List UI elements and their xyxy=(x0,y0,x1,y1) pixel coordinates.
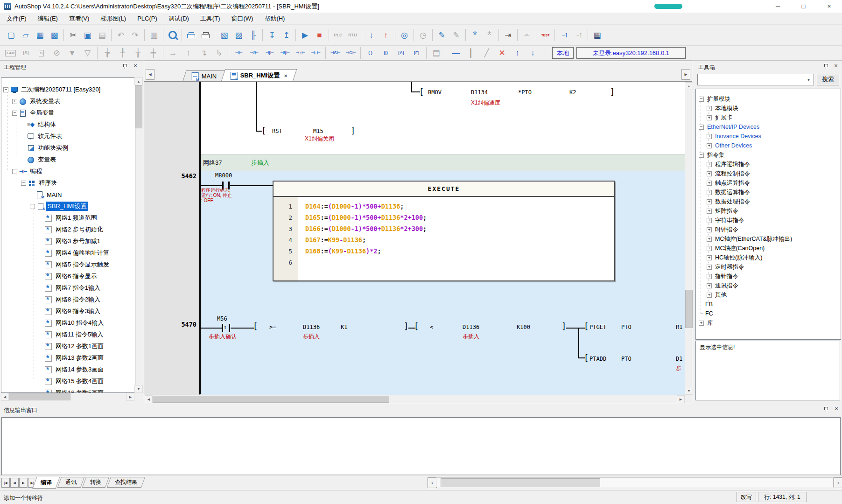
output-tab-0[interactable]: 编译 xyxy=(32,477,60,489)
toolbox-tree-item[interactable]: +本地模块 xyxy=(707,104,738,112)
st-line[interactable]: 6 xyxy=(274,257,614,268)
stop-button[interactable]: ■ xyxy=(313,28,326,42)
erase-x-button[interactable]: ✕ xyxy=(495,48,509,59)
collapse-icon[interactable]: − xyxy=(3,87,8,92)
scroll-right-icon[interactable]: ▶ xyxy=(677,395,685,403)
upload-plc-button[interactable]: ↑ xyxy=(379,28,393,42)
toolbox-tree-item[interactable]: +Inovance Devices xyxy=(707,132,761,140)
project-tree-item[interactable]: 网络11 指令5输入 xyxy=(39,330,105,339)
menu-item-0[interactable]: 文件(F) xyxy=(7,14,27,23)
st-line[interactable]: 3D166:=(D1000-1)*500+D1136*2+300; xyxy=(274,223,614,234)
output-nav-prev[interactable]: ◀ xyxy=(10,478,19,488)
project-tree-item[interactable]: 变量表 xyxy=(21,155,57,164)
output-tab-3[interactable]: 查找结果 xyxy=(107,477,145,488)
project-tree-item[interactable]: 网络13 参数2画面 xyxy=(39,353,105,363)
toolbox-tree-item[interactable]: +时钟指令 xyxy=(707,225,738,234)
ladder-canvas[interactable]: 网络37 步插入 EXECUTE 1D164:=(D1000-1)*500+D1… xyxy=(144,82,685,395)
scroll-left-icon[interactable]: ◀ xyxy=(1,393,9,401)
toolbox-tree-item[interactable]: +MC轴控(CanOpen) xyxy=(707,244,765,252)
expand-icon[interactable]: + xyxy=(707,134,712,139)
scroll-left-icon[interactable]: ◀ xyxy=(145,395,153,403)
toolbox-tree-item[interactable]: −扩展模块 xyxy=(699,95,730,103)
redo-button[interactable]: ↷ xyxy=(128,28,142,42)
rtu-config-button[interactable]: RTU xyxy=(346,28,359,42)
project-tree-item[interactable]: −二次编程20250711 [Easy320] xyxy=(3,85,102,94)
tab-scroll-left-icon[interactable]: ◀ xyxy=(146,69,154,80)
expand-icon[interactable]: + xyxy=(707,190,712,195)
toolbox-tree-item[interactable]: +通讯指令 xyxy=(707,281,738,290)
cut-button[interactable]: ✂ xyxy=(66,28,80,42)
collapse-icon[interactable]: − xyxy=(699,125,704,130)
menu-item-4[interactable]: PLC(P) xyxy=(137,15,157,22)
step-out-button[interactable]: ←] xyxy=(572,28,585,42)
pin-icon[interactable] xyxy=(823,406,828,412)
toolbox-tree-item[interactable]: +数据处理指令 xyxy=(707,197,750,206)
collapse-icon[interactable]: − xyxy=(699,97,704,102)
undo-button[interactable]: ↶ xyxy=(114,28,127,42)
toolbox-tree-item[interactable]: +Other Devices xyxy=(707,141,752,150)
menu-item-6[interactable]: 工具(T) xyxy=(200,14,220,23)
close-tab-icon[interactable]: × xyxy=(284,72,288,79)
project-tree-item[interactable]: 网络4 偏移地址计算 xyxy=(39,248,111,258)
scroll-up-icon[interactable]: ▲ xyxy=(134,77,143,85)
maximize-button[interactable]: □ xyxy=(791,0,816,13)
collapse-icon[interactable]: − xyxy=(699,153,704,158)
toolbox-tree-item[interactable]: +矩阵指令 xyxy=(707,207,738,215)
contact-closed-button[interactable]: ⊣/⊢ xyxy=(247,48,261,59)
paste-button[interactable]: ▤ xyxy=(95,28,109,42)
project-tree-item[interactable]: 网络14 参数3画面 xyxy=(39,365,105,374)
print-preview-button[interactable] xyxy=(184,28,198,42)
expand-icon[interactable]: + xyxy=(707,255,712,260)
menu-item-2[interactable]: 查看(V) xyxy=(69,14,89,23)
scroll-down-icon[interactable]: ▼ xyxy=(685,387,693,395)
project-tree-item[interactable]: −SBR_HMI设置 xyxy=(30,202,88,211)
line-up-button[interactable]: ↑ xyxy=(510,48,525,59)
expand-icon[interactable]: + xyxy=(707,293,712,298)
contact-rising-button[interactable]: ⊣↑⊢ xyxy=(293,48,308,59)
login-status-button[interactable]: 未登录:easy320:192.168.0.1 xyxy=(576,47,686,59)
indent-transition-button[interactable]: ⇥ xyxy=(501,28,515,42)
expand-icon[interactable]: + xyxy=(707,199,712,204)
toolbox-tree-item[interactable]: FB xyxy=(699,300,713,308)
collapse-icon[interactable]: − xyxy=(12,111,17,116)
st-line[interactable]: 1D164:=(D1000-1)*500+D1136; xyxy=(274,201,614,212)
coil-button[interactable]: ( ) xyxy=(363,48,378,59)
toolbox-tree-item[interactable]: +HC轴控(脉冲输入) xyxy=(707,253,762,262)
expand-icon[interactable]: + xyxy=(707,246,712,251)
chevron-down-icon[interactable]: ▾ xyxy=(805,75,813,84)
expand-icon[interactable]: + xyxy=(699,321,704,326)
project-tree-item[interactable]: 网络6 指令显示 xyxy=(39,272,98,281)
toolbox-tree-item[interactable]: +字符串指令 xyxy=(707,216,744,224)
toolbox-tree-item[interactable]: +扩展卡 xyxy=(707,113,733,122)
merge-branch-button[interactable]: ╪ xyxy=(146,48,161,59)
toolbox-tree-item[interactable]: +其他 xyxy=(707,291,727,299)
collapse-icon[interactable]: − xyxy=(21,181,26,186)
wire-corner-up-button[interactable]: ↳ xyxy=(212,48,226,59)
toolbox-tree-item[interactable]: +数据运算指令 xyxy=(707,188,750,196)
wire-up-button[interactable]: ↑ xyxy=(181,48,196,59)
window-export-button[interactable]: ▨ xyxy=(232,28,246,42)
branch-button[interactable]: ⊘ xyxy=(49,48,64,59)
project-tree-item[interactable]: 网络16 参数5画面 xyxy=(39,388,105,393)
delete-button[interactable]: ▥ xyxy=(147,28,161,42)
wire-corner-down-button[interactable]: ↴ xyxy=(196,48,211,59)
import-file-button[interactable]: ↧ xyxy=(265,28,279,42)
draw-vline-button[interactable]: │ xyxy=(464,48,478,59)
expand-icon[interactable]: + xyxy=(707,218,712,223)
oscilloscope-button[interactable]: ◷ xyxy=(416,28,430,42)
new-file-button[interactable]: ▢ xyxy=(4,28,18,42)
project-tree-item[interactable]: 网络1 频道范围 xyxy=(39,213,98,223)
save-button[interactable]: ▦ xyxy=(33,28,47,42)
step-into-button[interactable]: →] xyxy=(557,28,571,42)
menu-item-8[interactable]: 帮助(H) xyxy=(264,14,285,23)
delete-network-button[interactable]: * xyxy=(483,28,496,42)
editor-tab-main[interactable]: MAIN xyxy=(182,70,226,81)
project-tree-item[interactable]: 功能块实例 xyxy=(21,143,70,153)
expand-icon[interactable]: + xyxy=(707,115,712,120)
project-tree-item[interactable]: +系统变量表 xyxy=(12,97,62,106)
menu-item-5[interactable]: 调试(D) xyxy=(168,14,189,23)
st-line[interactable]: 4D167:=K99-D1136; xyxy=(274,234,614,245)
toolbox-tree-item[interactable]: +程序逻辑指令 xyxy=(707,160,750,168)
comment-button[interactable]: ▤ xyxy=(429,48,443,59)
output-tab-2[interactable]: 转换 xyxy=(82,477,109,488)
